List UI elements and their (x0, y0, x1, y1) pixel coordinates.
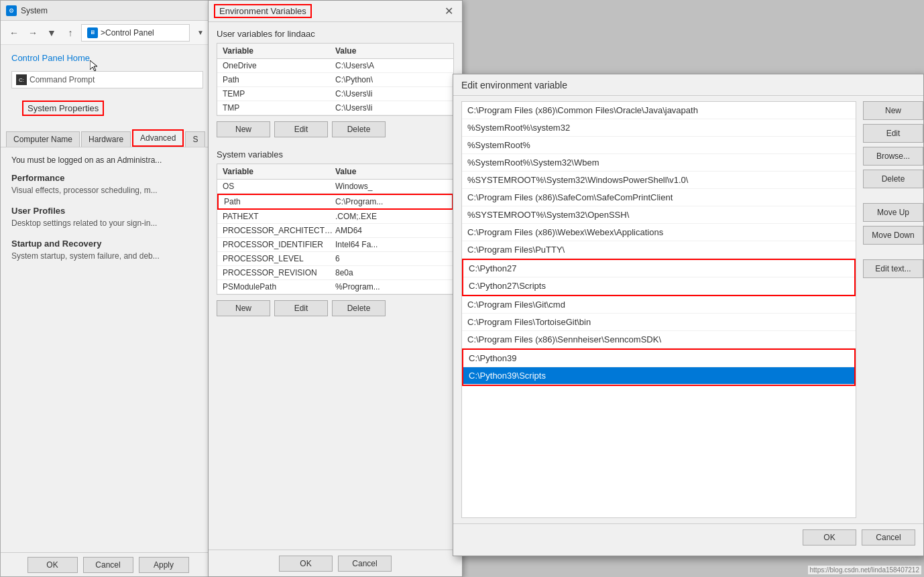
edit-text-button[interactable]: Edit text... (863, 259, 923, 278)
system-apply-button[interactable]: Apply (139, 557, 189, 573)
sys-var-path-name: Path (224, 197, 335, 206)
edit-edit-button[interactable]: Edit (863, 124, 923, 143)
environment-variables-dialog: Environment Variables ✕ User variables f… (208, 0, 463, 577)
performance-heading: Performance (11, 173, 203, 183)
user-var-row-temp[interactable]: TEMP C:\Users\li (217, 87, 453, 101)
sys-var-row-proc-id[interactable]: PROCESSOR_IDENTIFIER Intel64 Fa... (217, 238, 453, 252)
path-item-2[interactable]: %SystemRoot% (462, 137, 856, 154)
user-vars-section-title: User variables for lindaac (209, 22, 462, 43)
env-dialog-titlebar: Environment Variables ✕ (209, 1, 462, 22)
user-edit-button[interactable]: Edit (274, 121, 328, 137)
user-vars-header: Variable Value (217, 44, 453, 59)
tab-hardware[interactable]: Hardware (81, 131, 131, 147)
path-item-1[interactable]: %SystemRoot%\system32 (462, 119, 856, 137)
user-var-row-tmp[interactable]: TMP C:\Users\li (217, 101, 453, 115)
edit-cancel-button[interactable]: Cancel (862, 529, 915, 546)
sys-var-row-os[interactable]: OS Windows_ (217, 180, 453, 194)
path-item-10[interactable]: C:\Python27\Scripts (463, 277, 854, 295)
system-cancel-button[interactable]: Cancel (83, 557, 133, 573)
user-var-row-path[interactable]: Path C:\Python\ (217, 73, 453, 87)
user-var-temp-name: TEMP (223, 89, 335, 99)
address-bar[interactable]: 🖥 > Control Panel (81, 24, 190, 42)
tab-s[interactable]: S (185, 131, 205, 147)
sys-var-proc-level-value: 6 (335, 254, 448, 263)
sys-var-row-path[interactable]: Path C:\Program... (217, 194, 453, 210)
edit-dialog-titlebar: Edit environment variable (453, 74, 923, 96)
path-item-14[interactable]: C:\Python39 (463, 350, 854, 367)
edit-env-var-dialog: Edit environment variable C:\Program Fil… (453, 74, 924, 556)
path-item-5[interactable]: C:\Program Files (x86)\SafeCom\SafeComPr… (462, 189, 856, 206)
edit-browse-button[interactable]: Browse... (863, 147, 923, 166)
sys-var-row-psmodule[interactable]: PSModulePath %Program... (217, 280, 453, 294)
sys-var-pathext-name: PATHEXT (223, 212, 335, 221)
system-footer: OK Cancel Apply (1, 552, 215, 576)
path-list[interactable]: C:\Program Files (x86)\Common Files\Orac… (461, 101, 856, 518)
path-item-9[interactable]: C:\Python27 (463, 260, 854, 277)
path-item-6[interactable]: %SYSTEMROOT%\System32\OpenSSH\ (462, 206, 856, 224)
edit-dialog-footer: OK Cancel (453, 523, 923, 550)
path-item-8[interactable]: C:\Program Files\PuTTY\ (462, 241, 856, 259)
user-vars-table: Variable Value OneDrive C:\Users\A Path … (217, 43, 454, 116)
edit-new-button[interactable]: New (863, 101, 923, 120)
forward-button[interactable]: → (25, 25, 41, 41)
sys-var-proc-id-name: PROCESSOR_IDENTIFIER (223, 240, 335, 249)
python39-group: C:\Python39 C:\Python39\Scripts (462, 348, 856, 386)
system-vars-header: Variable Value (217, 164, 453, 180)
sys-var-proc-rev-name: PROCESSOR_REVISION (223, 268, 335, 277)
sys-new-button[interactable]: New (217, 300, 270, 316)
back-button[interactable]: ← (6, 25, 22, 41)
cmd-label: Command Prompt (30, 75, 95, 84)
python27-group: C:\Python27 C:\Python27\Scripts (462, 259, 856, 296)
sys-edit-button[interactable]: Edit (274, 300, 328, 316)
path-item-0[interactable]: C:\Program Files (x86)\Common Files\Orac… (462, 102, 856, 119)
edit-ok-button[interactable]: OK (803, 529, 856, 546)
sys-var-path-value: C:\Program... (335, 197, 447, 206)
breadcrumb-icon: 🖥 (87, 27, 98, 38)
path-item-15[interactable]: C:\Python39\Scripts (463, 367, 854, 385)
cmd-prompt-bar[interactable]: C: Command Prompt (11, 71, 203, 88)
user-var-tmp-name: TMP (223, 103, 335, 113)
dropdown-button[interactable]: ▼ (44, 25, 60, 41)
system-icon: ⚙ (6, 5, 17, 16)
env-ok-button[interactable]: OK (279, 556, 333, 572)
sys-var-proc-arch-value: AMD64 (335, 226, 448, 235)
breadcrumb-text: > (101, 28, 105, 38)
user-var-tmp-value: C:\Users\li (335, 103, 448, 113)
user-delete-button[interactable]: Delete (332, 121, 386, 137)
startup-desc: System startup, system failure, and deb.… (11, 251, 203, 261)
path-item-7[interactable]: C:\Program Files (x86)\Webex\Webex\Appli… (462, 224, 856, 241)
path-item-13[interactable]: C:\Program Files (x86)\Sennheiser\Sennco… (462, 331, 856, 348)
sys-var-row-proc-arch[interactable]: PROCESSOR_ARCHITECTURE AMD64 (217, 224, 453, 238)
system-vars-table: Variable Value OS Windows_ Path C:\Progr… (217, 164, 454, 295)
env-dialog-close-button[interactable]: ✕ (441, 3, 457, 19)
path-item-11[interactable]: C:\Program Files\Git\cmd (462, 296, 856, 314)
path-item-12[interactable]: C:\Program Files\TortoiseGit\bin (462, 314, 856, 331)
sys-var-proc-id-value: Intel64 Fa... (335, 240, 448, 249)
up-button[interactable]: ↑ (62, 25, 78, 41)
watermark: https://blog.csdn.net/linda158407212 (808, 566, 921, 574)
sys-delete-button[interactable]: Delete (332, 300, 386, 316)
path-item-3[interactable]: %SystemRoot%\System32\Wbem (462, 154, 856, 172)
user-var-temp-value: C:\Users\li (335, 89, 448, 99)
tab-computer-name[interactable]: Computer Name (6, 131, 80, 147)
path-item-4[interactable]: %SYSTEMROOT%\System32\WindowsPowerShell\… (462, 172, 856, 189)
edit-move-up-button[interactable]: Move Up (863, 203, 923, 222)
edit-move-down-button[interactable]: Move Down (863, 226, 923, 245)
control-panel-home[interactable]: Control Panel Home (1, 45, 214, 68)
sys-var-row-proc-rev[interactable]: PROCESSOR_REVISION 8e0a (217, 266, 453, 280)
user-var-row-onedrive[interactable]: OneDrive C:\Users\A (217, 59, 453, 73)
address-dropdown-button[interactable]: ▼ (192, 25, 209, 41)
sys-var-row-proc-level[interactable]: PROCESSOR_LEVEL 6 (217, 252, 453, 266)
sys-props-container: System Properties (1, 91, 214, 125)
tab-advanced[interactable]: Advanced (132, 129, 184, 147)
system-titlebar: ⚙ System (1, 1, 214, 21)
system-title: System (21, 6, 48, 15)
user-profiles-desc: Desktop settings related to your sign-in… (11, 218, 203, 228)
env-cancel-button[interactable]: Cancel (338, 556, 392, 572)
admin-note: You must be logged on as an Administra..… (11, 155, 203, 165)
user-new-button[interactable]: New (217, 121, 270, 137)
edit-delete-button[interactable]: Delete (863, 170, 923, 188)
sys-var-row-pathext[interactable]: PATHEXT .COM;.EXE (217, 210, 453, 224)
system-ok-button[interactable]: OK (27, 557, 78, 573)
system-vars-section-title: System variables (209, 143, 462, 164)
